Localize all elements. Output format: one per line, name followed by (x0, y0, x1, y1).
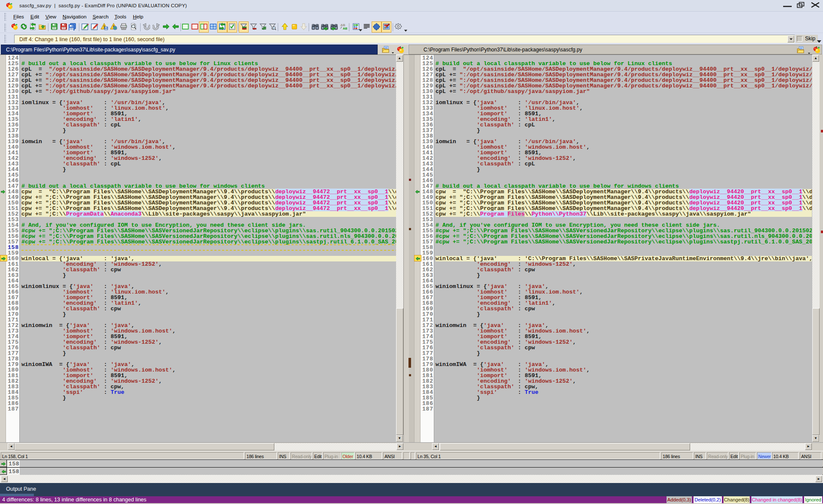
svg-text:AB: AB (342, 27, 347, 30)
